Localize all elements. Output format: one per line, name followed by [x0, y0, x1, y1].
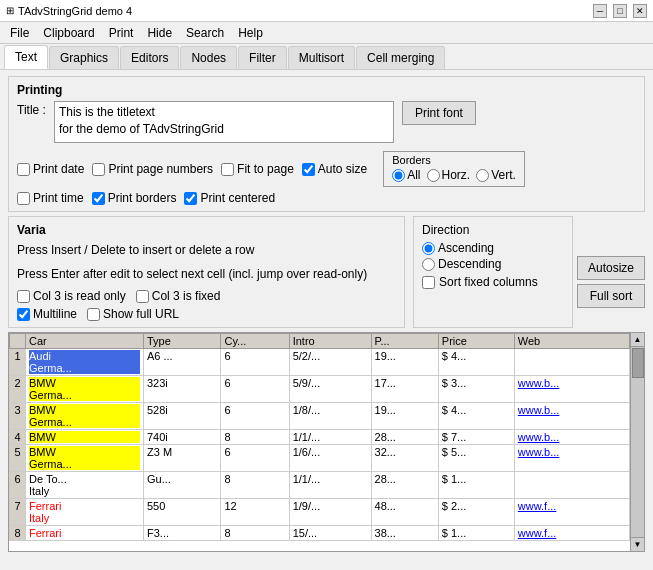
show-full-url-checkbox[interactable]	[87, 308, 100, 321]
descending-radio[interactable]	[422, 258, 435, 271]
price-cell[interactable]: $ 7...	[438, 430, 514, 445]
table-row[interactable]: 5BMWGerma...Z3 M61/6/...32...$ 5...www.b…	[10, 445, 630, 472]
scroll-thumb[interactable]	[632, 348, 644, 378]
cy-cell[interactable]: 12	[221, 499, 289, 526]
tab-editors[interactable]: Editors	[120, 46, 179, 69]
web-cell[interactable]: www.f...	[514, 499, 629, 526]
price-cell[interactable]: $ 2...	[438, 499, 514, 526]
print-time-option[interactable]: Print time	[17, 191, 84, 205]
web-cell[interactable]: www.b...	[514, 445, 629, 472]
table-row[interactable]: 2BMWGerma...323i65/9/...17...$ 3...www.b…	[10, 376, 630, 403]
table-row[interactable]: 4BMW740i81/1/...28...$ 7...www.b...	[10, 430, 630, 445]
autosize-button[interactable]: Autosize	[577, 256, 645, 280]
table-row[interactable]: 1AudiGerma...A6 ...65/2/...19...$ 4...	[10, 349, 630, 376]
car-cell[interactable]: Ferrari	[26, 526, 144, 541]
menu-item-hide[interactable]: Hide	[141, 24, 178, 42]
intro-cell[interactable]: 1/9/...	[289, 499, 371, 526]
borders-horz[interactable]: Horz.	[427, 168, 471, 182]
print-page-numbers-option[interactable]: Print page numbers	[92, 162, 213, 176]
borders-vert[interactable]: Vert.	[476, 168, 516, 182]
cy-cell[interactable]: 6	[221, 376, 289, 403]
col3-fixed-option[interactable]: Col 3 is fixed	[136, 289, 221, 303]
cy-cell[interactable]: 8	[221, 430, 289, 445]
table-row[interactable]: 8FerrariF3...815/...38...$ 1...www.f...	[10, 526, 630, 541]
menu-item-help[interactable]: Help	[232, 24, 269, 42]
web-cell[interactable]: www.f...	[514, 526, 629, 541]
price-cell[interactable]: $ 4...	[438, 403, 514, 430]
p-cell[interactable]: 17...	[371, 376, 438, 403]
close-button[interactable]: ✕	[633, 4, 647, 18]
type-cell[interactable]: 740i	[144, 430, 221, 445]
print-centered-checkbox[interactable]	[184, 192, 197, 205]
p-cell[interactable]: 38...	[371, 526, 438, 541]
p-cell[interactable]: 48...	[371, 499, 438, 526]
print-date-option[interactable]: Print date	[17, 162, 84, 176]
intro-cell[interactable]: 1/1/...	[289, 472, 371, 499]
intro-cell[interactable]: 1/8/...	[289, 403, 371, 430]
tab-nodes[interactable]: Nodes	[180, 46, 237, 69]
borders-all-radio[interactable]	[392, 169, 405, 182]
tab-filter[interactable]: Filter	[238, 46, 287, 69]
minimize-button[interactable]: ─	[593, 4, 607, 18]
type-cell[interactable]: Z3 M	[144, 445, 221, 472]
p-cell[interactable]: 28...	[371, 472, 438, 499]
price-cell[interactable]: $ 3...	[438, 376, 514, 403]
borders-all[interactable]: All	[392, 168, 420, 182]
intro-cell[interactable]: 5/9/...	[289, 376, 371, 403]
sort-fixed-checkbox[interactable]	[422, 276, 435, 289]
web-cell[interactable]: www.b...	[514, 430, 629, 445]
p-cell[interactable]: 19...	[371, 349, 438, 376]
col3-readonly-checkbox[interactable]	[17, 290, 30, 303]
print-page-numbers-checkbox[interactable]	[92, 163, 105, 176]
intro-cell[interactable]: 1/1/...	[289, 430, 371, 445]
fit-to-page-option[interactable]: Fit to page	[221, 162, 294, 176]
print-date-checkbox[interactable]	[17, 163, 30, 176]
cy-cell[interactable]: 8	[221, 472, 289, 499]
tab-cell-merging[interactable]: Cell merging	[356, 46, 445, 69]
price-cell[interactable]: $ 5...	[438, 445, 514, 472]
print-borders-option[interactable]: Print borders	[92, 191, 177, 205]
car-cell[interactable]: BMWGerma...	[26, 445, 144, 472]
menu-item-file[interactable]: File	[4, 24, 35, 42]
car-cell[interactable]: AudiGerma...	[26, 349, 144, 376]
multiline-option[interactable]: Multiline	[17, 307, 77, 321]
menu-item-clipboard[interactable]: Clipboard	[37, 24, 100, 42]
web-cell[interactable]	[514, 349, 629, 376]
print-borders-checkbox[interactable]	[92, 192, 105, 205]
print-title-input[interactable]: This is the titletextfor the demo of TAd…	[54, 101, 394, 143]
col3-fixed-checkbox[interactable]	[136, 290, 149, 303]
cy-cell[interactable]: 8	[221, 526, 289, 541]
menu-item-search[interactable]: Search	[180, 24, 230, 42]
p-cell[interactable]: 19...	[371, 403, 438, 430]
price-cell[interactable]: $ 4...	[438, 349, 514, 376]
auto-size-option[interactable]: Auto size	[302, 162, 367, 176]
cy-cell[interactable]: 6	[221, 403, 289, 430]
cy-cell[interactable]: 6	[221, 445, 289, 472]
type-cell[interactable]: F3...	[144, 526, 221, 541]
car-cell[interactable]: De To...Italy	[26, 472, 144, 499]
borders-vert-radio[interactable]	[476, 169, 489, 182]
intro-cell[interactable]: 15/...	[289, 526, 371, 541]
ascending-radio[interactable]	[422, 242, 435, 255]
type-cell[interactable]: 323i	[144, 376, 221, 403]
table-row[interactable]: 7FerrariItaly550121/9/...48...$ 2...www.…	[10, 499, 630, 526]
scroll-down-btn[interactable]: ▼	[631, 537, 644, 551]
tab-multisort[interactable]: Multisort	[288, 46, 355, 69]
car-cell[interactable]: BMWGerma...	[26, 376, 144, 403]
tab-graphics[interactable]: Graphics	[49, 46, 119, 69]
price-cell[interactable]: $ 1...	[438, 472, 514, 499]
scrollbar[interactable]: ▲ ▼	[630, 333, 644, 551]
p-cell[interactable]: 32...	[371, 445, 438, 472]
ascending-option[interactable]: Ascending	[422, 241, 564, 255]
web-cell[interactable]: www.b...	[514, 376, 629, 403]
intro-cell[interactable]: 5/2/...	[289, 349, 371, 376]
price-cell[interactable]: $ 1...	[438, 526, 514, 541]
auto-size-checkbox[interactable]	[302, 163, 315, 176]
car-cell[interactable]: BMWGerma...	[26, 403, 144, 430]
type-cell[interactable]: A6 ...	[144, 349, 221, 376]
menu-item-print[interactable]: Print	[103, 24, 140, 42]
multiline-checkbox[interactable]	[17, 308, 30, 321]
scroll-up-btn[interactable]: ▲	[631, 333, 644, 347]
col3-readonly-option[interactable]: Col 3 is read only	[17, 289, 126, 303]
fit-to-page-checkbox[interactable]	[221, 163, 234, 176]
